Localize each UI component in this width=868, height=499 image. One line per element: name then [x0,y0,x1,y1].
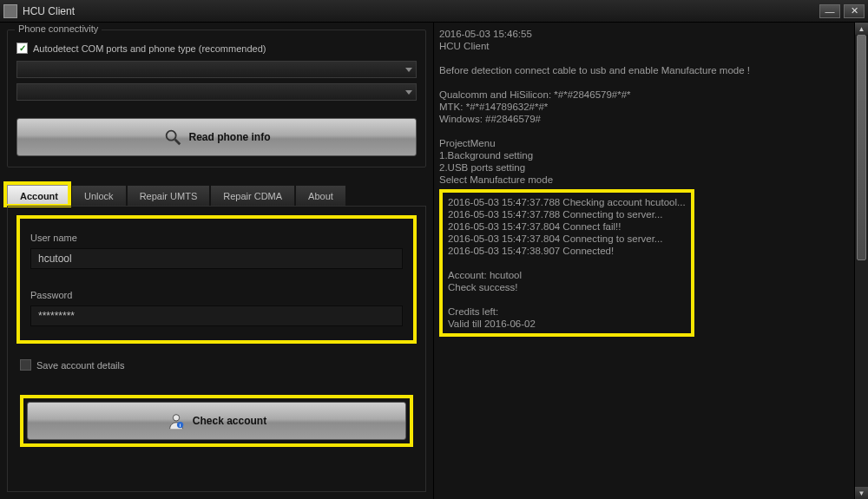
tab-bar: Account Unlock Repair UMTS Repair CDMA A… [7,185,426,206]
autodetect-checkbox[interactable] [16,43,28,54]
com-port-dropdown[interactable] [16,61,417,78]
log-highlight-text: 2016-05-03 15:47:37.788 Checking account… [448,197,686,329]
credentials-highlight: User name Password [16,215,417,344]
check-account-button[interactable]: i Check account [27,402,406,440]
window-title: HCU Client [23,5,816,17]
tab-repair-cdma[interactable]: Repair CDMA [210,185,295,206]
autodetect-label: Autodetect COM ports and phone type (rec… [33,43,266,54]
scroll-thumb[interactable] [857,35,866,260]
password-label: Password [30,290,403,300]
save-account-checkbox[interactable] [20,359,31,371]
password-input[interactable] [30,305,403,326]
username-input[interactable] [30,248,403,269]
account-panel: User name Password Save account details … [7,206,426,492]
content-area: Phone connectivity Autodetect COM ports … [0,23,868,499]
app-window: HCU Client — ✕ Phone connectivity Autode… [0,0,868,499]
tab-account[interactable]: Account [7,185,71,206]
titlebar[interactable]: HCU Client — ✕ [0,0,868,23]
log-scrollbar[interactable]: ▲ ▼ [854,23,868,499]
minimize-button[interactable]: — [819,4,840,18]
close-button[interactable]: ✕ [844,4,865,18]
check-account-label: Check account [193,415,266,427]
log-highlight-box: 2016-05-03 15:47:37.788 Checking account… [439,189,694,337]
save-account-row[interactable]: Save account details [20,359,413,371]
tab-repair-umts[interactable]: Repair UMTS [127,185,211,206]
log-pane: 2016-05-03 15:46:55 HCU Client Before de… [433,23,868,499]
log-pre: 2016-05-03 15:46:55 HCU Client Before de… [439,29,750,185]
tab-about[interactable]: About [295,185,346,206]
check-account-highlight: i Check account [20,395,413,447]
autodetect-row[interactable]: Autodetect COM ports and phone type (rec… [16,43,417,54]
save-account-label: Save account details [36,360,125,371]
left-pane: Phone connectivity Autodetect COM ports … [0,23,433,499]
user-icon: i [167,411,186,430]
phone-connectivity-group: Phone connectivity Autodetect COM ports … [7,30,426,167]
scroll-up-arrow[interactable]: ▲ [855,23,868,35]
username-label: User name [30,233,403,243]
tab-unlock[interactable]: Unlock [71,185,127,206]
read-phone-info-label: Read phone info [189,131,271,143]
phone-connectivity-title: Phone connectivity [15,23,102,34]
svg-line-1 [174,140,180,145]
svg-point-2 [173,415,179,421]
svg-point-0 [166,131,175,141]
phone-type-dropdown[interactable] [16,83,417,101]
app-icon [3,4,17,18]
log-output[interactable]: 2016-05-03 15:46:55 HCU Client Before de… [439,28,863,494]
read-phone-info-button[interactable]: Read phone info [16,118,417,156]
scroll-down-arrow[interactable]: ▼ [855,487,868,499]
search-icon [163,128,182,147]
